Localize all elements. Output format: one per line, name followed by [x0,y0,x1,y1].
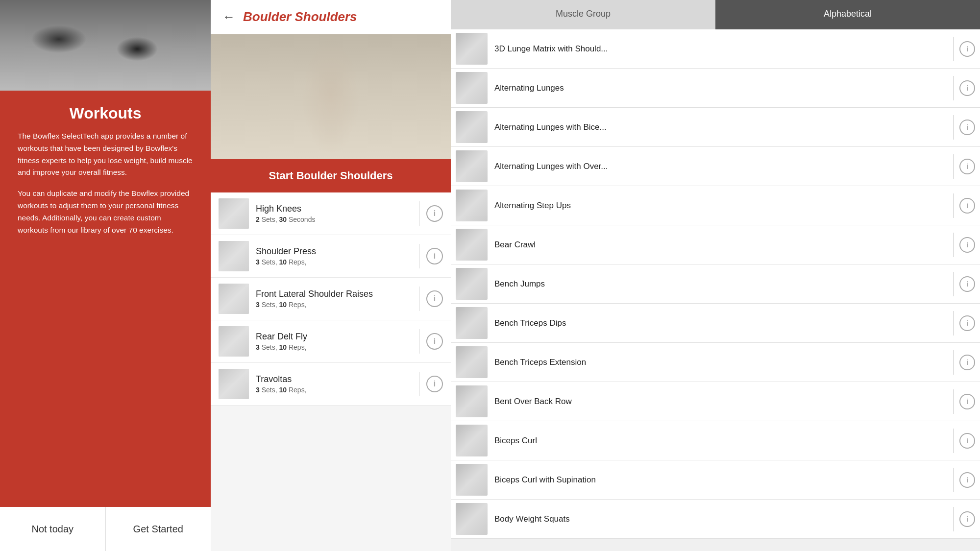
exercise-name: 3D Lunge Matrix with Should... [494,44,947,54]
workouts-body: The Bowflex SelectTech app provides a nu… [0,130,211,236]
info-button[interactable]: i [959,159,975,174]
divider [419,244,419,268]
divider [419,329,419,354]
divider [953,429,954,453]
list-item: Biceps Curl i [451,421,980,460]
info-button[interactable]: i [959,198,975,214]
exercise-item-shoulder-press: Shoulder Press 3 Sets, 10 Reps, i [211,235,451,278]
exercise-thumbnail [456,346,488,378]
workouts-title: Workouts [0,91,211,130]
exercise-name: Alternating Lunges [494,83,947,93]
list-item: 3D Lunge Matrix with Should... i [451,29,980,69]
list-item: Alternating Lunges i [451,69,980,108]
divider [953,193,954,218]
exercise-thumbnail [456,72,488,104]
info-button[interactable]: i [959,472,975,488]
exercise-thumbnail [456,307,488,339]
info-button[interactable]: i [426,333,443,350]
exercise-name: Biceps Curl [494,436,947,446]
info-button[interactable]: i [959,394,975,409]
tab-bar: Muscle Group Alphabetical [451,0,980,29]
exercise-name: Bench Triceps Extension [494,358,947,367]
exercise-name: Alternating Step Ups [494,201,947,211]
exercise-meta: 2 Sets, 30 Seconds [256,216,412,223]
workout-title: Boulder Shoulders [243,9,357,24]
list-item: Alternating Lunges with Bice... i [451,108,980,147]
info-button[interactable]: i [959,433,975,449]
info-button[interactable]: i [959,41,975,57]
exercise-thumbnail [456,33,488,65]
exercise-thumbnail [456,111,488,143]
right-panel: Muscle Group Alphabetical 3D Lunge Matri… [451,0,980,551]
workouts-description-1: The Bowflex SelectTech app provides a nu… [18,130,193,179]
divider [953,311,954,335]
list-item: Alternating Step Ups i [451,186,980,225]
info-button[interactable]: i [959,80,975,96]
exercise-item-rear-delt: Rear Delt Fly 3 Sets, 10 Reps, i [211,320,451,363]
info-button[interactable]: i [959,120,975,135]
exercise-thumb [219,326,249,357]
divider [419,372,419,396]
exercise-thumb [219,369,249,399]
divider [953,507,954,531]
divider [953,350,954,375]
right-exercise-list: 3D Lunge Matrix with Should... i Alterna… [451,29,980,551]
info-button[interactable]: i [426,376,443,392]
info-button[interactable]: i [426,205,443,222]
list-item: Biceps Curl with Supination i [451,460,980,500]
divider [953,76,954,100]
exercise-name: Bench Triceps Dips [494,318,947,328]
exercise-thumb [219,284,249,314]
exercise-info: Shoulder Press 3 Sets, 10 Reps, [256,246,412,266]
divider [419,287,419,311]
exercise-thumbnail [456,150,488,182]
exercise-info: High Knees 2 Sets, 30 Seconds [256,204,412,223]
hero-background [0,0,211,91]
workouts-description-2: You can duplicate and modify the Bowflex… [18,188,193,236]
list-item: Bear Crawl i [451,225,980,264]
exercise-info: Front Lateral Shoulder Raises 3 Sets, 10… [256,289,412,309]
exercise-name: High Knees [256,204,412,214]
thumb-inner [219,241,249,271]
exercise-name: Biceps Curl with Supination [494,475,947,485]
exercise-meta: 3 Sets, 10 Reps, [256,301,412,309]
workout-hero-image [211,34,451,159]
info-button[interactable]: i [959,315,975,331]
exercise-name: Front Lateral Shoulder Raises [256,289,412,299]
exercise-meta: 3 Sets, 10 Reps, [256,343,412,351]
tab-alphabetical[interactable]: Alphabetical [715,0,980,29]
exercise-thumbnail [456,190,488,221]
exercise-thumb [219,198,249,229]
info-button[interactable]: i [959,511,975,527]
exercise-meta: 3 Sets, 10 Reps, [256,386,412,394]
exercise-item-travoltas: Travoltas 3 Sets, 10 Reps, i [211,363,451,406]
bottom-buttons: Not today Get Started [0,507,211,551]
list-item: Bench Triceps Dips i [451,304,980,343]
exercise-name: Bent Over Back Row [494,397,947,407]
hero-overlay [211,34,451,159]
exercise-thumbnail [456,464,488,496]
not-today-button[interactable]: Not today [0,507,106,551]
hero-image [0,0,211,91]
thumb-inner [219,198,249,229]
thumb-inner [219,284,249,314]
back-arrow-icon[interactable]: ← [222,9,235,24]
info-button[interactable]: i [426,290,443,307]
list-item: Body Weight Squats i [451,500,980,539]
list-item: Bench Jumps i [451,264,980,304]
info-button[interactable]: i [959,237,975,253]
divider [419,201,419,226]
info-button[interactable]: i [959,276,975,292]
divider [953,37,954,61]
thumb-inner [219,369,249,399]
start-workout-button[interactable]: Start Boulder Shoulders [211,159,451,192]
info-button[interactable]: i [959,355,975,370]
exercise-name: Alternating Lunges with Bice... [494,122,947,132]
exercise-info: Rear Delt Fly 3 Sets, 10 Reps, [256,332,412,351]
divider [953,468,954,492]
tab-muscle-group[interactable]: Muscle Group [451,0,715,29]
info-button[interactable]: i [426,248,443,264]
get-started-button[interactable]: Get Started [106,507,211,551]
exercise-item-high-knees: High Knees 2 Sets, 30 Seconds i [211,192,451,235]
exercise-name: Alternating Lunges with Over... [494,162,947,171]
